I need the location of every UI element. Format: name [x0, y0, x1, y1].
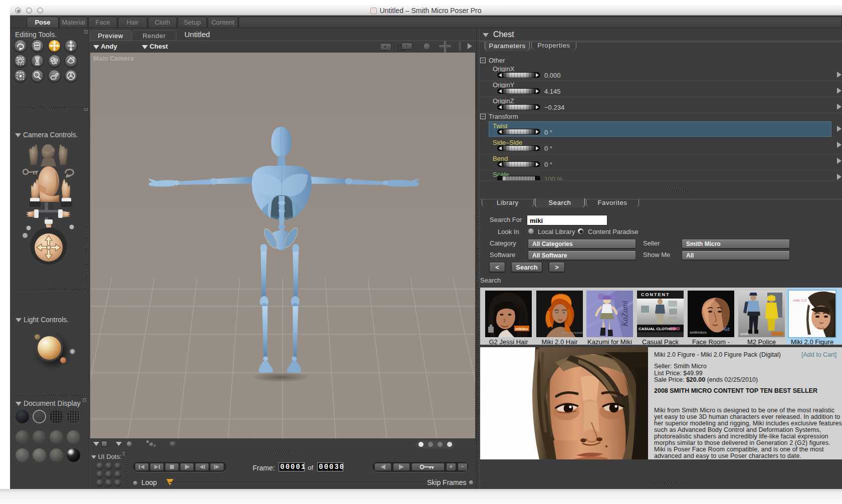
svg-text:G2: G2: [724, 327, 730, 332]
svg-text:mikiko: mikiko: [515, 327, 528, 331]
svg-text:KaZumi: KaZumi: [620, 301, 629, 327]
svg-text:www.contentparadise.com: www.contentparadise.com: [561, 331, 583, 334]
svg-text:CONTENT: CONTENT: [641, 292, 670, 297]
svg-text:miki 2.0: miki 2.0: [793, 298, 807, 303]
svg-text:smith: smith: [740, 332, 749, 336]
svg-text:MIKI: MIKI: [670, 326, 680, 331]
svg-text:smithmicro: smithmicro: [690, 331, 707, 334]
